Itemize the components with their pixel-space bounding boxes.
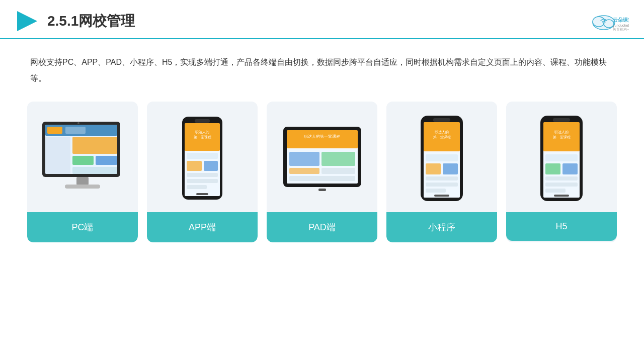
svg-text:第一堂课程: 第一堂课程 (194, 135, 211, 139)
description-text: 网校支持PC、APP、PAD、小程序、H5，实现多端打通，产品各终端自由切换，数… (30, 54, 614, 86)
svg-rect-55 (443, 163, 458, 174)
svg-rect-30 (204, 161, 218, 171)
card-miniprogram: 职达人的 第一堂课程 小程序 (386, 102, 497, 242)
svg-text:教育机构一站式服务云平台: 教育机构一站式服务云平台 (613, 27, 629, 31)
svg-rect-42 (289, 168, 319, 174)
svg-rect-13 (45, 137, 70, 174)
card-app-label: APP端 (147, 212, 258, 242)
logo-svg: 云朵课堂 yunduoketang.com 教育机构一站式服务云平台 (589, 12, 629, 31)
svg-rect-14 (72, 137, 117, 154)
svg-rect-29 (187, 161, 202, 171)
card-h5: 职达人的 第一堂课程 H5 (506, 102, 617, 242)
svg-rect-32 (187, 179, 218, 183)
svg-rect-72 (545, 189, 566, 193)
svg-rect-44 (289, 176, 355, 181)
svg-text:职达人的第一堂课程: 职达人的第一堂课程 (304, 134, 340, 139)
svg-rect-56 (426, 176, 458, 180)
svg-rect-62 (553, 118, 570, 122)
card-miniprogram-image: 职达人的 第一堂课程 (386, 102, 497, 212)
brand-logo: 云朵课堂 yunduoketang.com 教育机构一站式服务云平台 (589, 12, 629, 31)
svg-rect-37 (287, 130, 358, 148)
card-app-image: 职达人的 第一堂课程 (147, 102, 258, 212)
svg-text:职达人的: 职达人的 (195, 130, 209, 134)
svg-rect-40 (289, 152, 319, 166)
card-miniprogram-label: 小程序 (386, 212, 497, 242)
svg-text:职达人的: 职达人的 (554, 130, 569, 134)
svg-text:第一堂课程: 第一堂课程 (433, 135, 451, 139)
svg-rect-23 (195, 119, 210, 123)
miniprogram-mockup-svg: 职达人的 第一堂课程 (417, 114, 467, 205)
svg-rect-34 (196, 193, 208, 195)
card-h5-image: 职达人的 第一堂课程 (506, 102, 617, 212)
svg-rect-12 (65, 127, 86, 134)
svg-text:云朵课堂: 云朵课堂 (613, 17, 629, 23)
svg-rect-18 (76, 177, 89, 185)
svg-rect-43 (321, 168, 355, 174)
card-pad-image: 职达人的第一堂课程 (267, 102, 377, 212)
svg-rect-54 (426, 163, 441, 174)
svg-point-20 (77, 122, 79, 124)
svg-point-3 (604, 20, 614, 28)
svg-rect-16 (96, 156, 117, 165)
page-title: 2.5.1网校管理 (47, 12, 135, 31)
play-icon (15, 9, 39, 33)
svg-rect-69 (562, 163, 578, 174)
pc-mockup-svg (37, 119, 128, 200)
svg-rect-28 (187, 153, 218, 159)
svg-text:第一堂课程: 第一堂课程 (553, 135, 571, 139)
card-pc-image (27, 102, 138, 212)
card-pc: PC端 (27, 102, 138, 242)
svg-rect-53 (426, 154, 458, 161)
svg-rect-17 (72, 167, 117, 174)
svg-rect-19 (65, 185, 100, 189)
svg-rect-33 (187, 185, 207, 189)
svg-rect-45 (318, 189, 326, 191)
pad-mockup-svg: 职达人的第一堂课程 (278, 122, 366, 197)
card-pad-label: PAD端 (267, 212, 377, 242)
page-header: 2.5.1网校管理 云朵课堂 yunduoketang.com 教育机构一站式服… (0, 0, 644, 39)
svg-rect-59 (434, 195, 449, 197)
cards-container: PC端 职达人的 第一堂课程 (30, 102, 614, 242)
card-pad: 职达人的第一堂课程 PAD端 (267, 102, 377, 242)
header-left: 2.5.1网校管理 (15, 9, 135, 33)
svg-rect-41 (321, 152, 355, 166)
card-pc-label: PC端 (27, 212, 138, 242)
card-app: 职达人的 第一堂课程 APP端 (147, 102, 258, 242)
svg-marker-0 (17, 11, 37, 31)
app-mockup-svg: 职达人的 第一堂课程 (177, 114, 227, 205)
svg-text:yunduoketang.com: yunduoketang.com (613, 24, 629, 28)
svg-rect-73 (554, 195, 569, 197)
svg-rect-67 (545, 154, 578, 161)
svg-text:职达人的: 职达人的 (435, 130, 449, 134)
svg-rect-71 (545, 183, 578, 187)
svg-rect-70 (545, 176, 578, 180)
svg-point-4 (603, 23, 605, 24)
svg-rect-68 (545, 163, 560, 174)
svg-rect-48 (433, 118, 450, 122)
svg-rect-11 (47, 127, 62, 134)
svg-rect-58 (426, 189, 446, 193)
svg-rect-31 (187, 173, 218, 177)
svg-rect-57 (426, 183, 458, 187)
main-content: 网校支持PC、APP、PAD、小程序、H5，实现多端打通，产品各终端自由切换，数… (0, 39, 644, 252)
card-h5-label: H5 (506, 212, 617, 241)
h5-mockup-svg: 职达人的 第一堂课程 (536, 114, 587, 205)
svg-rect-15 (72, 156, 94, 165)
